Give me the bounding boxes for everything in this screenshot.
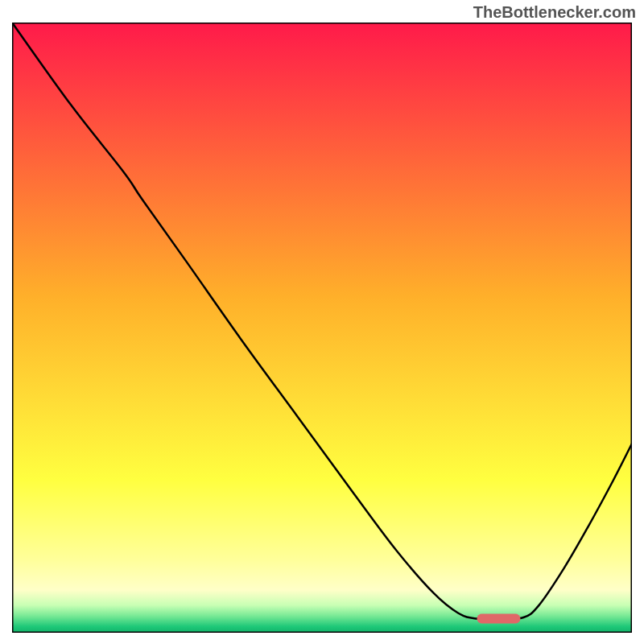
chart-background (12, 23, 632, 633)
optimal-marker (477, 614, 521, 624)
watermark-text: TheBottlenecker.com (473, 3, 636, 22)
chart-svg (12, 23, 632, 633)
chart-plot-area (12, 23, 632, 633)
